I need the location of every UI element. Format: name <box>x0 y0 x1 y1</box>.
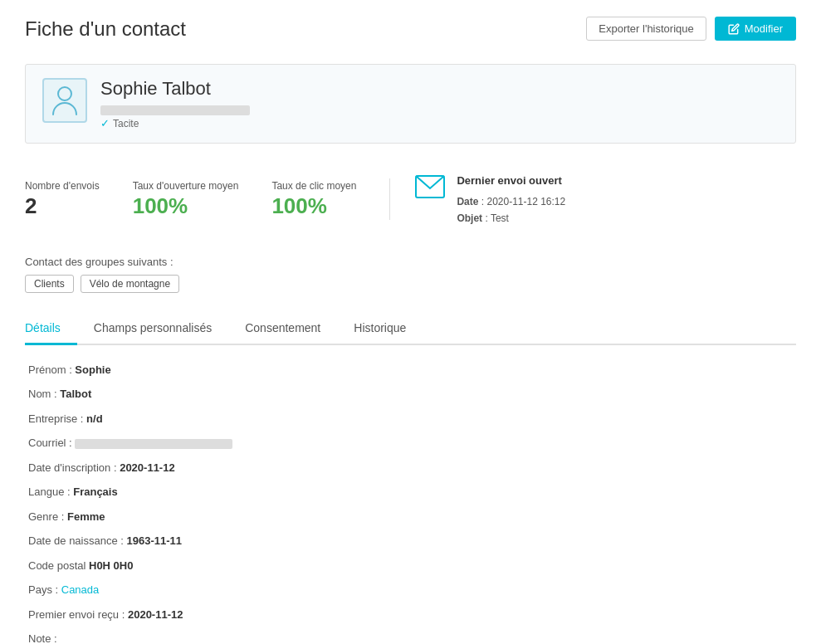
detail-courriel-label: Courriel : <box>28 437 75 449</box>
detail-prenom: Prénom : Sophie <box>28 362 793 378</box>
stat-open-rate-label: Taux d'ouverture moyen <box>133 180 239 192</box>
groups-tags: Clients Vélo de montagne <box>25 275 796 293</box>
last-sent-date-row: Date : 2020-11-12 16:12 <box>457 193 565 210</box>
detail-postal-value: H0H 0H0 <box>89 559 133 572</box>
stat-click-rate-value: 100% <box>271 193 356 219</box>
detail-postal: Code postal H0H 0H0 <box>28 558 793 574</box>
envelope-icon <box>415 175 445 201</box>
detail-inscription: Date d'inscription : 2020-11-12 <box>28 460 793 476</box>
last-sent-date-label: Date <box>457 196 478 207</box>
modifier-button[interactable]: Modifier <box>715 17 796 41</box>
contact-avatar <box>42 78 87 123</box>
detail-premier-envoi-label: Premier envoi reçu : <box>28 608 128 621</box>
stat-click-rate: Taux de clic moyen 100% <box>271 180 389 219</box>
detail-courriel: Courriel : <box>28 435 793 451</box>
last-sent-objet-value: Test <box>491 212 509 224</box>
status-label: Tacite <box>113 118 139 129</box>
group-tag-velo: Vélo de montagne <box>81 275 179 293</box>
pencil-icon <box>728 23 740 35</box>
detail-genre-label: Genre : <box>28 510 67 523</box>
last-sent-info: Dernier envoi ouvert Date : 2020-11-12 1… <box>457 172 565 227</box>
stat-click-rate-label: Taux de clic moyen <box>271 180 356 192</box>
detail-nom: Nom : Talbot <box>28 386 793 402</box>
last-sent-date-value: 2020-11-12 16:12 <box>486 196 565 207</box>
page-title: Fiche d'un contact <box>25 17 186 41</box>
page-header: Fiche d'un contact Exporter l'historique… <box>25 17 796 41</box>
groups-label: Contact des groupes suivants : <box>25 256 796 268</box>
tab-details[interactable]: Détails <box>25 313 77 345</box>
detail-nom-label: Nom : <box>28 388 60 400</box>
contact-card: Sophie Talbot ✓ Tacite <box>25 64 796 144</box>
details-section: Prénom : Sophie Nom : Talbot Entreprise … <box>25 362 796 644</box>
detail-genre: Genre : Femme <box>28 509 793 525</box>
detail-naissance-label: Date de naissance : <box>28 534 127 547</box>
detail-premier-envoi-value: 2020-11-12 <box>128 608 183 621</box>
detail-langue-label: Langue : <box>28 485 73 498</box>
status-check-icon: ✓ <box>100 117 110 129</box>
groups-section: Contact des groupes suivants : Clients V… <box>25 256 796 293</box>
contact-email-blurred <box>100 105 250 115</box>
detail-note-label: Note : <box>28 632 57 644</box>
detail-premier-envoi: Premier envoi reçu : 2020-11-12 <box>28 607 793 623</box>
detail-nom-value: Talbot <box>60 388 91 400</box>
last-sent: Dernier envoi ouvert Date : 2020-11-12 1… <box>415 172 565 227</box>
detail-note: Note : <box>28 631 793 644</box>
detail-postal-label: Code postal <box>28 559 89 572</box>
detail-prenom-value: Sophie <box>75 363 110 376</box>
tabs: Détails Champs personnalisés Consentemen… <box>25 313 796 345</box>
detail-inscription-label: Date d'inscription : <box>28 461 120 474</box>
detail-pays-value[interactable]: Canada <box>61 583 100 596</box>
stat-open-rate: Taux d'ouverture moyen 100% <box>133 180 272 219</box>
contact-info: Sophie Talbot ✓ Tacite <box>100 78 779 129</box>
group-tag-clients: Clients <box>25 275 74 293</box>
detail-inscription-value: 2020-11-12 <box>120 461 175 474</box>
detail-langue: Langue : Français <box>28 484 793 500</box>
modifier-label: Modifier <box>745 22 783 35</box>
tab-history[interactable]: Historique <box>337 313 423 345</box>
tab-consent[interactable]: Consentement <box>228 313 337 345</box>
detail-courriel-value-blurred <box>75 439 232 449</box>
detail-pays: Pays : Canada <box>28 582 793 598</box>
header-actions: Exporter l'historique Modifier <box>586 17 796 41</box>
stat-sends-label: Nombre d'envois <box>25 180 100 192</box>
detail-langue-value: Français <box>73 485 117 498</box>
last-sent-objet-row: Objet : Test <box>457 210 565 227</box>
stat-sends: Nombre d'envois 2 <box>25 180 133 219</box>
last-sent-objet-label: Objet <box>457 212 482 224</box>
detail-entreprise: Entreprise : n/d <box>28 411 793 427</box>
stat-sends-value: 2 <box>25 193 100 219</box>
stat-open-rate-value: 100% <box>133 193 239 219</box>
detail-naissance-value: 1963-11-11 <box>127 534 183 547</box>
last-sent-title: Dernier envoi ouvert <box>457 172 565 190</box>
detail-naissance: Date de naissance : 1963-11-11 <box>28 533 793 549</box>
detail-genre-value: Femme <box>67 510 105 523</box>
detail-pays-label: Pays : <box>28 583 61 596</box>
tab-custom-fields[interactable]: Champs personnalisés <box>77 313 228 345</box>
contact-status: ✓ Tacite <box>100 117 779 129</box>
export-button[interactable]: Exporter l'historique <box>586 17 706 41</box>
svg-point-0 <box>58 87 71 100</box>
stat-divider <box>389 178 390 220</box>
detail-entreprise-label: Entreprise : <box>28 412 86 425</box>
detail-entreprise-value: n/d <box>86 412 103 425</box>
detail-prenom-label: Prénom : <box>28 363 75 376</box>
person-icon <box>51 85 78 116</box>
stats-row: Nombre d'envois 2 Taux d'ouverture moyen… <box>25 163 796 236</box>
contact-name: Sophie Talbot <box>100 78 779 100</box>
